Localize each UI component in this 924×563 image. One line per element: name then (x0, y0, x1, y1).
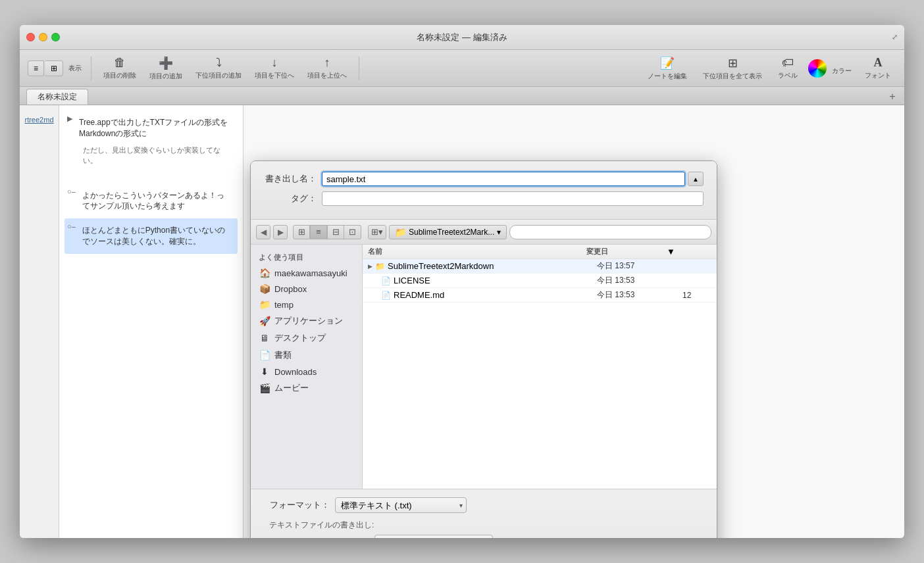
tree-item-3[interactable]: ほとんどまともにPython書いていないのでソースは美しくない。確実に。 (78, 222, 235, 250)
fav-label-1: Dropbox (274, 284, 307, 294)
label-btn[interactable]: 🏷 ラベル (773, 53, 803, 83)
list-view-btn[interactable]: ≡ (310, 225, 327, 239)
dialog-header: 書き出し名： ▲ タグ： (251, 161, 717, 220)
add-btn[interactable]: ➕ 項目の追加 (144, 53, 188, 84)
main-content: rtree2md ▶ Tree.appで出力したTXTファイルの形式をMarkd… (20, 105, 904, 538)
separator-2 (359, 57, 359, 80)
maximize-button[interactable] (51, 33, 60, 41)
tree-item-2[interactable]: よかったらこういうパターンあるよ！ってサンプル頂いたら考えます (78, 187, 235, 215)
add-child-btn[interactable]: ⤵ 下位項目の追加 (190, 53, 247, 83)
show-all-label: 下位項目を全て表示 (703, 72, 762, 81)
view-group: ≡ ⊞ (28, 61, 63, 76)
fav-label-4: デスクトップ (274, 332, 326, 344)
color-btn[interactable] (808, 59, 827, 78)
window-controls (26, 33, 60, 41)
filename-input[interactable] (322, 172, 685, 186)
minimize-button[interactable] (39, 33, 47, 41)
show-all-btn[interactable]: ⊞ 下位項目を全て表示 (698, 53, 767, 84)
tree-dot-1: ○– (67, 187, 76, 195)
tab-main[interactable]: 名称未設定 (26, 89, 88, 105)
add-child-icon: ⤵ (216, 56, 222, 70)
folder-icon-0: 📁 (375, 262, 385, 271)
sort-arrow: ▼ (667, 247, 677, 257)
fav-item-5[interactable]: 📄 書類 (251, 347, 362, 364)
home-icon: 🏠 (259, 268, 270, 278)
file-label-0: SublimeTreetext2Markdown (388, 261, 494, 271)
edit-note-icon: 📝 (660, 56, 675, 70)
tree-item-0[interactable]: Tree.appで出力したTXTファイルの形式をMarkdownの形式に (75, 114, 235, 142)
arrange-btn[interactable]: ⊞▾ (368, 225, 386, 239)
window-title: 名称未設定 — 編集済み (417, 32, 507, 43)
fav-label-5: 書類 (274, 349, 292, 361)
file-name-0: ▶ 📁 SublimeTreetext2Markdown (363, 261, 592, 271)
toolbar-right: 📝 ノートを編集 ⊞ 下位項目を全て表示 🏷 ラベル カラー A フォント (642, 53, 896, 84)
fav-label-0: maekawamasayuki (274, 268, 347, 278)
temp-icon: 📁 (259, 299, 270, 310)
tree-dot-3: ○– (67, 222, 76, 230)
fav-item-2[interactable]: 📁 temp (251, 297, 362, 312)
encoding-select[interactable]: Unicode (UTF-8) (374, 535, 493, 538)
edit-note-btn[interactable]: 📝 ノートを編集 (642, 53, 692, 84)
docs-icon: 📄 (259, 350, 270, 360)
tree-arrow: ▶ (67, 114, 72, 123)
location-dropdown[interactable]: 📁 SublimeTreetext2Mark... ▾ (389, 225, 507, 239)
save-as-label: 書き出し名： (264, 173, 317, 185)
format-row: フォーマット： 標準テキスト (.txt) リッチテキスト (.rtf) ▾ (264, 497, 704, 513)
format-select[interactable]: 標準テキスト (.txt) リッチテキスト (.rtf) (335, 497, 467, 513)
desktop-icon: 🖥 (259, 333, 270, 343)
delete-btn[interactable]: 🗑 項目の削除 (98, 53, 141, 83)
fav-label-2: temp (274, 300, 294, 310)
card-view-btn[interactable]: ⊞ (45, 61, 63, 76)
list-view-btn[interactable]: ≡ (28, 61, 44, 76)
recent-checkbox-label[interactable]: 最近使ったものから表示 (503, 537, 602, 539)
fav-item-0[interactable]: 🏠 maekawamasayuki (251, 265, 362, 281)
encoding-section: テキストファイルの書き出し: テキストエンコーディング： Unicode (UT… (264, 520, 704, 538)
tab-label: 名称未設定 (38, 91, 77, 103)
add-label: 項目の追加 (149, 72, 182, 81)
recent-label: 最近使ったものから表示 (515, 537, 602, 539)
file-list-header: 名前 変更日 ▼ (363, 245, 717, 259)
fav-item-1[interactable]: 📦 Dropbox (251, 281, 362, 297)
tag-input[interactable] (322, 191, 704, 206)
filename-row: 書き出し名： ▲ (264, 172, 704, 186)
fav-item-4[interactable]: 🖥 デスクトップ (251, 330, 362, 347)
fav-item-3[interactable]: 🚀 アプリケーション (251, 312, 362, 330)
delete-label: 項目の削除 (103, 71, 136, 80)
add-tab-btn[interactable]: + (886, 90, 899, 103)
sidebar-item-rtree2md[interactable]: rtree2md (20, 110, 59, 129)
file-label-1: LICENSE (394, 276, 430, 285)
dropdown-arrow: ▾ (497, 228, 501, 237)
move-up-btn[interactable]: ↑ 項目を上位へ (302, 53, 352, 83)
browser-toolbar: ◀ ▶ ⊞ ≡ ⊟ ⊡ ⊞▾ 📁 SublimeTreetext2Mark...… (251, 220, 717, 245)
format-select-wrapper: 標準テキスト (.txt) リッチテキスト (.rtf) ▾ (335, 497, 467, 513)
move-down-btn[interactable]: ↓ 項目を下位へ (249, 53, 299, 83)
font-btn[interactable]: A フォント (860, 53, 896, 83)
recent-checkbox[interactable] (503, 538, 512, 539)
file-label-2: README.md (394, 290, 444, 300)
expand-btn[interactable]: ▲ (688, 172, 704, 186)
column-view-btn[interactable]: ⊟ (327, 225, 344, 239)
view-label: 表示 (68, 64, 82, 73)
gallery-view-btn[interactable]: ⊡ (344, 225, 361, 239)
tag-label: タグ： (264, 193, 317, 205)
file-date-2: 今日 13:53 (592, 289, 677, 301)
file-row-2[interactable]: 📄 README.md 今日 13:53 12 (363, 288, 717, 303)
fav-label-6: Downloads (274, 367, 317, 377)
add-child-label: 下位項目の追加 (195, 71, 242, 80)
icon-view-btn[interactable]: ⊞ (293, 225, 310, 239)
fav-label-7: ムービー (274, 382, 309, 394)
file-row-1[interactable]: 📄 LICENSE 今日 13:53 (363, 274, 717, 288)
encoding-section-label: テキストファイルの書き出し: (269, 520, 704, 531)
file-row-0[interactable]: ▶ 📁 SublimeTreetext2Markdown 今日 13:57 (363, 259, 717, 274)
back-btn[interactable]: ◀ (256, 225, 270, 239)
movies-icon: 🎬 (259, 383, 270, 393)
expand-icon[interactable]: ⤢ (892, 33, 898, 41)
fav-label-3: アプリケーション (274, 315, 343, 327)
close-button[interactable] (26, 33, 35, 41)
fav-item-6[interactable]: ⬇ Downloads (251, 364, 362, 379)
browser-main: よく使う項目 🏠 maekawamasayuki 📦 Dropbox 📁 tem… (251, 245, 717, 489)
search-input[interactable] (509, 225, 711, 239)
fav-item-7[interactable]: 🎬 ムービー (251, 379, 362, 397)
forward-btn[interactable]: ▶ (273, 225, 288, 239)
tag-row: タグ： (264, 191, 704, 206)
